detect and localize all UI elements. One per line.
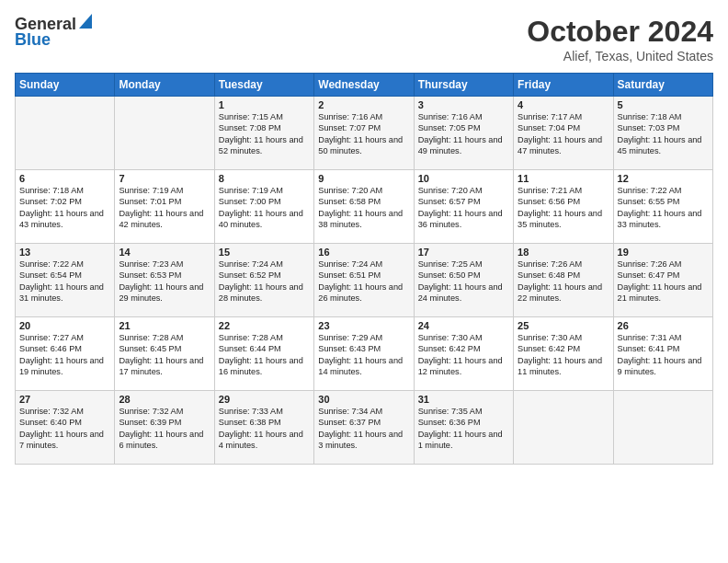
day-number: 22 (219, 320, 310, 331)
header-monday: Monday (115, 74, 214, 97)
cell-content: Sunrise: 7:30 AMSunset: 6:42 PMDaylight:… (518, 332, 609, 378)
calendar-cell-w1d1: 7Sunrise: 7:19 AMSunset: 7:01 PMDaylight… (115, 170, 214, 244)
cell-content: Sunrise: 7:35 AMSunset: 6:36 PMDaylight:… (418, 406, 509, 452)
cell-content: Sunrise: 7:32 AMSunset: 6:40 PMDaylight:… (19, 406, 110, 452)
calendar-cell-w0d4: 3Sunrise: 7:16 AMSunset: 7:05 PMDaylight… (414, 97, 513, 170)
calendar-cell-w2d2: 15Sunrise: 7:24 AMSunset: 6:52 PMDayligh… (214, 244, 313, 317)
day-number: 29 (219, 394, 310, 405)
calendar-cell-w3d4: 24Sunrise: 7:30 AMSunset: 6:42 PMDayligh… (414, 317, 513, 391)
day-number: 15 (219, 247, 310, 258)
calendar-cell-w1d5: 11Sunrise: 7:21 AMSunset: 6:56 PMDayligh… (514, 170, 613, 244)
day-number: 30 (318, 394, 409, 405)
calendar-cell-w2d0: 13Sunrise: 7:22 AMSunset: 6:54 PMDayligh… (16, 244, 115, 317)
day-number: 13 (19, 247, 110, 258)
calendar-week-2: 13Sunrise: 7:22 AMSunset: 6:54 PMDayligh… (16, 244, 713, 317)
calendar-cell-w4d6 (613, 391, 712, 465)
cell-content: Sunrise: 7:28 AMSunset: 6:44 PMDaylight:… (219, 332, 310, 378)
day-number: 16 (318, 247, 409, 258)
cell-content: Sunrise: 7:34 AMSunset: 6:37 PMDaylight:… (318, 406, 409, 452)
calendar-cell-w4d3: 30Sunrise: 7:34 AMSunset: 6:37 PMDayligh… (314, 391, 414, 465)
header: General Blue October 2024 Alief, Texas, … (15, 15, 713, 63)
cell-content: Sunrise: 7:31 AMSunset: 6:41 PMDaylight:… (618, 332, 709, 378)
cell-content: Sunrise: 7:29 AMSunset: 6:43 PMDaylight:… (318, 332, 409, 378)
calendar-cell-w3d0: 20Sunrise: 7:27 AMSunset: 6:46 PMDayligh… (16, 317, 115, 391)
calendar-week-1: 6Sunrise: 7:18 AMSunset: 7:02 PMDaylight… (16, 170, 713, 244)
calendar-cell-w4d2: 29Sunrise: 7:33 AMSunset: 6:38 PMDayligh… (214, 391, 313, 465)
cell-content: Sunrise: 7:18 AMSunset: 7:02 PMDaylight:… (19, 185, 110, 231)
day-number: 26 (618, 320, 709, 331)
header-wednesday: Wednesday (314, 74, 414, 97)
cell-content: Sunrise: 7:20 AMSunset: 6:57 PMDaylight:… (418, 185, 509, 231)
day-number: 1 (219, 99, 310, 110)
cell-content: Sunrise: 7:22 AMSunset: 6:54 PMDaylight:… (19, 259, 110, 304)
calendar-week-0: 1Sunrise: 7:15 AMSunset: 7:08 PMDaylight… (16, 97, 713, 170)
calendar-cell-w1d2: 8Sunrise: 7:19 AMSunset: 7:00 PMDaylight… (214, 170, 313, 244)
cell-content: Sunrise: 7:27 AMSunset: 6:46 PMDaylight:… (19, 332, 110, 378)
calendar-cell-w1d0: 6Sunrise: 7:18 AMSunset: 7:02 PMDaylight… (16, 170, 115, 244)
cell-content: Sunrise: 7:26 AMSunset: 6:47 PMDaylight:… (618, 259, 709, 304)
calendar-cell-w2d6: 19Sunrise: 7:26 AMSunset: 6:47 PMDayligh… (613, 244, 712, 317)
cell-content: Sunrise: 7:16 AMSunset: 7:05 PMDaylight:… (418, 111, 509, 157)
calendar-cell-w2d3: 16Sunrise: 7:24 AMSunset: 6:51 PMDayligh… (314, 244, 414, 317)
day-number: 10 (418, 173, 509, 184)
day-number: 28 (119, 394, 210, 405)
page: General Blue October 2024 Alief, Texas, … (0, 0, 728, 563)
day-number: 27 (19, 394, 110, 405)
calendar-cell-w2d1: 14Sunrise: 7:23 AMSunset: 6:53 PMDayligh… (115, 244, 214, 317)
cell-content: Sunrise: 7:28 AMSunset: 6:45 PMDaylight:… (119, 332, 210, 378)
calendar-cell-w3d1: 21Sunrise: 7:28 AMSunset: 6:45 PMDayligh… (115, 317, 214, 391)
calendar-header: Sunday Monday Tuesday Wednesday Thursday… (16, 74, 713, 97)
day-number: 3 (418, 99, 509, 110)
cell-content: Sunrise: 7:24 AMSunset: 6:51 PMDaylight:… (318, 259, 409, 304)
cell-content: Sunrise: 7:18 AMSunset: 7:03 PMDaylight:… (618, 111, 709, 157)
calendar-cell-w0d5: 4Sunrise: 7:17 AMSunset: 7:04 PMDaylight… (514, 97, 613, 170)
day-number: 21 (119, 320, 210, 331)
calendar-cell-w0d3: 2Sunrise: 7:16 AMSunset: 7:07 PMDaylight… (314, 97, 414, 170)
cell-content: Sunrise: 7:19 AMSunset: 7:00 PMDaylight:… (219, 185, 310, 231)
cell-content: Sunrise: 7:21 AMSunset: 6:56 PMDaylight:… (518, 185, 609, 231)
calendar-cell-w0d1 (115, 97, 214, 170)
header-thursday: Thursday (414, 74, 513, 97)
day-number: 20 (19, 320, 110, 331)
logo-blue: Blue (15, 30, 51, 50)
day-number: 4 (518, 99, 609, 110)
calendar-cell-w4d1: 28Sunrise: 7:32 AMSunset: 6:39 PMDayligh… (115, 391, 214, 465)
header-sunday: Sunday (16, 74, 115, 97)
cell-content: Sunrise: 7:32 AMSunset: 6:39 PMDaylight:… (119, 406, 210, 452)
title-area: October 2024 Alief, Texas, United States (527, 15, 713, 63)
day-number: 2 (318, 99, 409, 110)
day-number: 25 (518, 320, 609, 331)
calendar-cell-w4d0: 27Sunrise: 7:32 AMSunset: 6:40 PMDayligh… (16, 391, 115, 465)
logo-triangle-icon (79, 14, 92, 32)
cell-content: Sunrise: 7:16 AMSunset: 7:07 PMDaylight:… (318, 111, 409, 157)
calendar-cell-w1d6: 12Sunrise: 7:22 AMSunset: 6:55 PMDayligh… (613, 170, 712, 244)
day-number: 23 (318, 320, 409, 331)
calendar-cell-w0d6: 5Sunrise: 7:18 AMSunset: 7:03 PMDaylight… (613, 97, 712, 170)
calendar-cell-w0d2: 1Sunrise: 7:15 AMSunset: 7:08 PMDaylight… (214, 97, 313, 170)
day-number: 9 (318, 173, 409, 184)
calendar-cell-w3d2: 22Sunrise: 7:28 AMSunset: 6:44 PMDayligh… (214, 317, 313, 391)
calendar-cell-w1d4: 10Sunrise: 7:20 AMSunset: 6:57 PMDayligh… (414, 170, 513, 244)
day-number: 12 (618, 173, 709, 184)
cell-content: Sunrise: 7:23 AMSunset: 6:53 PMDaylight:… (119, 259, 210, 304)
header-row: Sunday Monday Tuesday Wednesday Thursday… (16, 74, 713, 97)
cell-content: Sunrise: 7:24 AMSunset: 6:52 PMDaylight:… (219, 259, 310, 304)
header-tuesday: Tuesday (214, 74, 313, 97)
calendar-week-4: 27Sunrise: 7:32 AMSunset: 6:40 PMDayligh… (16, 391, 713, 465)
day-number: 7 (119, 173, 210, 184)
cell-content: Sunrise: 7:17 AMSunset: 7:04 PMDaylight:… (518, 111, 609, 157)
day-number: 11 (518, 173, 609, 184)
day-number: 17 (418, 247, 509, 258)
calendar-cell-w3d3: 23Sunrise: 7:29 AMSunset: 6:43 PMDayligh… (314, 317, 414, 391)
calendar-body: 1Sunrise: 7:15 AMSunset: 7:08 PMDaylight… (16, 97, 713, 465)
calendar-cell-w4d5 (514, 391, 613, 465)
calendar-cell-w3d6: 26Sunrise: 7:31 AMSunset: 6:41 PMDayligh… (613, 317, 712, 391)
calendar-table: Sunday Monday Tuesday Wednesday Thursday… (15, 73, 713, 465)
calendar-cell-w3d5: 25Sunrise: 7:30 AMSunset: 6:42 PMDayligh… (514, 317, 613, 391)
day-number: 8 (219, 173, 310, 184)
day-number: 24 (418, 320, 509, 331)
day-number: 6 (19, 173, 110, 184)
calendar-cell-w1d3: 9Sunrise: 7:20 AMSunset: 6:58 PMDaylight… (314, 170, 414, 244)
calendar-cell-w4d4: 31Sunrise: 7:35 AMSunset: 6:36 PMDayligh… (414, 391, 513, 465)
day-number: 19 (618, 247, 709, 258)
